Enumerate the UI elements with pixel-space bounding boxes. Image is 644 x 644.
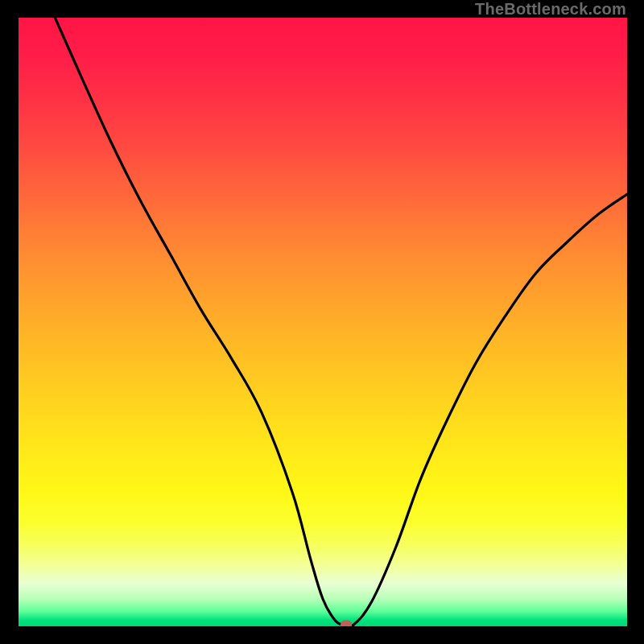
watermark-text: TheBottleneck.com bbox=[475, 0, 626, 19]
optimum-marker bbox=[341, 621, 352, 626]
chart-frame: TheBottleneck.com bbox=[0, 0, 644, 644]
bottleneck-curve bbox=[19, 18, 627, 626]
plot-area bbox=[19, 18, 627, 626]
